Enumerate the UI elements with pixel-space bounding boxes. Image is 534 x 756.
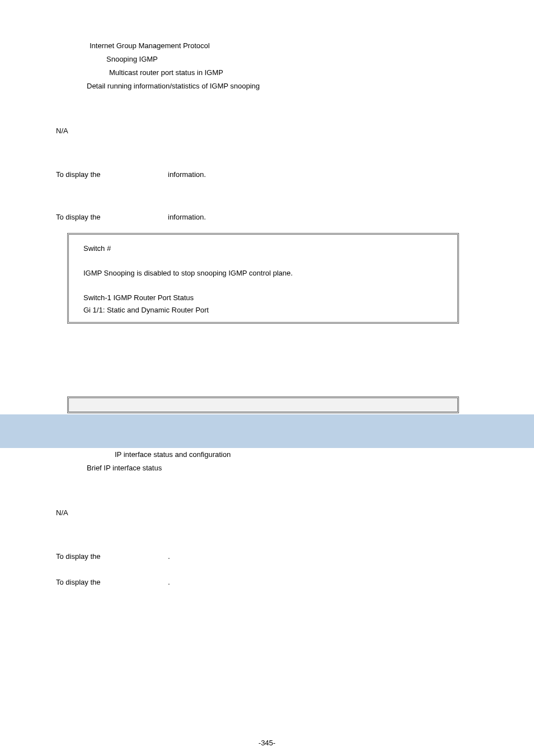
def-line-snooping: Snooping IGMP <box>106 53 478 66</box>
def-line-interface: IP interface status and configuration <box>115 448 478 461</box>
cli-line-port: Gi 1/1: Static and Dynamic Router Port <box>83 304 443 316</box>
cli-line-disabled: IGMP Snooping is disabled to stop snoopi… <box>83 267 443 279</box>
page-root: Internet Group Management Protocol Snoop… <box>0 0 534 756</box>
usage-row-2: To display the information. <box>56 212 478 223</box>
usage4-suffix: . <box>168 577 478 588</box>
def-line-mrouter: Multicast router port status in IGMP <box>109 66 478 80</box>
default-na-2: N/A <box>56 506 478 520</box>
def-line-detail: Detail running information/statistics of… <box>87 80 478 93</box>
usage-row-4: To display the . <box>56 577 478 588</box>
usage2-prefix: To display the <box>56 212 168 223</box>
default-na: N/A <box>56 124 478 138</box>
def-line-brief: Brief IP interface status <box>87 461 478 475</box>
cli-output-box: Switch # IGMP Snooping is disabled to st… <box>67 233 459 324</box>
cli-prompt: Switch # <box>83 242 443 255</box>
usage3-prefix: To display the <box>56 551 168 562</box>
usage-row-1: To display the information. <box>56 169 478 180</box>
usage4-prefix: To display the <box>56 577 168 588</box>
def-line-igmp: Internet Group Management Protocol <box>90 39 478 53</box>
usage1-prefix: To display the <box>56 169 168 180</box>
usage3-suffix: . <box>168 551 478 562</box>
page-number: -345- <box>0 739 534 747</box>
section-heading-band <box>0 414 534 448</box>
usage2-suffix: information. <box>168 212 478 223</box>
usage1-suffix: information. <box>168 169 478 180</box>
usage-row-3: To display the . <box>56 551 478 562</box>
syntax-box <box>67 396 459 413</box>
cli-line-status-header: Switch-1 IGMP Router Port Status <box>83 292 443 304</box>
